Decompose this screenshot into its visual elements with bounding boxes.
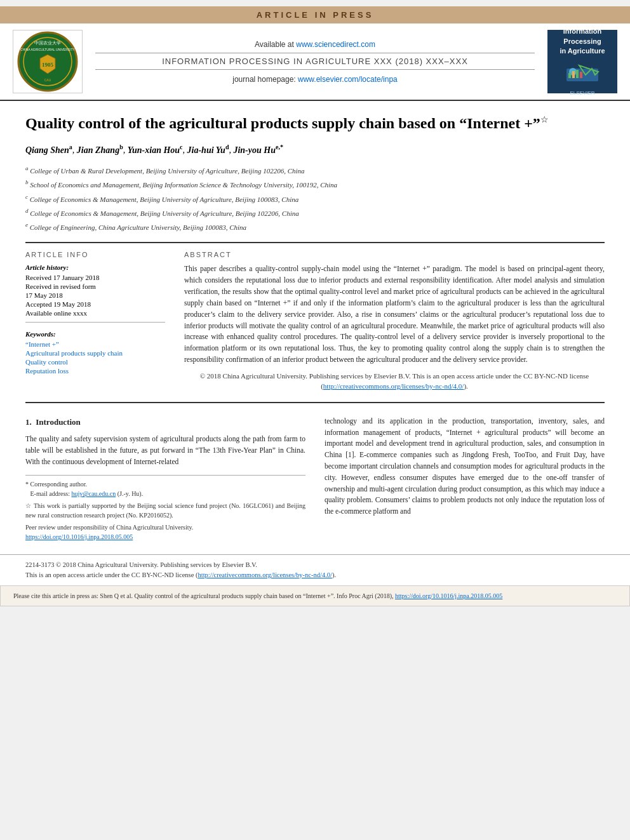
header-homepage: journal homepage: www.elsevier.com/locat… — [95, 75, 535, 84]
keywords-label: Keywords: — [25, 330, 165, 338]
footnote-email: E-mail address: hujy@cau.edu.cn (J.-y. H… — [25, 489, 305, 498]
affiliation-a: a College of Urban & Rural Development, … — [25, 164, 605, 177]
footnote-peer-review: Peer review under responsibility of Chin… — [25, 523, 305, 532]
journal-header: 中国农业大学 CHINA AGRICULTURAL UNIVERSITY 190… — [0, 23, 630, 101]
affiliation-c: c College of Economics & Management, Bei… — [25, 192, 605, 205]
elsevier-link[interactable]: www.elsevier.com/locate/inpa — [298, 75, 398, 84]
body-col-left: 1. Introduction The quality and safety s… — [25, 416, 305, 542]
received-revised-label: Received in revised form — [25, 283, 165, 290]
journal-logo-right: Information Processing in Agriculture EL… — [547, 30, 617, 93]
right-logo-subtitle: ELSEVIER — [551, 90, 614, 97]
abstract-copyright: © 2018 China Agricultural University. Pu… — [184, 371, 605, 392]
affiliations: a College of Urban & Rural Development, … — [25, 164, 605, 233]
section1-number: 1. — [25, 417, 32, 427]
article-info-label: ARTICLE INFO — [25, 251, 165, 258]
bottom-issn: 2214-3173 © 2018 China Agricultural Univ… — [25, 560, 605, 570]
right-logo-text: Information Processing in Agriculture EL… — [551, 27, 614, 96]
section1-heading: 1. Introduction — [25, 416, 305, 429]
svg-text:中国农业大学: 中国农业大学 — [34, 41, 61, 45]
title-star: ☆ — [540, 115, 549, 124]
svg-text:CAU: CAU — [44, 78, 51, 82]
article-title-text: Quality control of the agricultural prod… — [25, 115, 540, 131]
body-col-right: technology and its application in the pr… — [325, 416, 605, 542]
right-logo-title2: in Agriculture — [551, 46, 614, 56]
cc-license-link[interactable]: http://creativecommons.org/licenses/by-n… — [323, 382, 464, 390]
section1-col1-p1: The quality and safety supervision syste… — [25, 434, 305, 467]
bottom-oa-link[interactable]: http://creativecommons.org/licenses/by-n… — [198, 571, 332, 578]
section-divider — [25, 402, 605, 403]
svg-rect-12 — [580, 72, 582, 78]
info-abstract-columns: ARTICLE INFO Article history: Received 1… — [25, 251, 605, 391]
homepage-text: journal homepage: — [232, 75, 295, 84]
main-divider — [25, 242, 605, 243]
accepted-date: Accepted 19 May 2018 — [25, 300, 165, 308]
article-in-press-banner: ARTICLE IN PRESS — [0, 6, 630, 23]
revised-date: 17 May 2018 — [25, 291, 165, 299]
main-content: Quality control of the agricultural prod… — [0, 101, 630, 554]
header-available: Available at www.sciencedirect.com — [95, 40, 535, 49]
body-footnotes: * Corresponding author. E-mail address: … — [25, 475, 305, 542]
citation-bar: Please cite this article in press as: Sh… — [0, 585, 630, 606]
university-logo: 中国农业大学 CHINA AGRICULTURAL UNIVERSITY 190… — [13, 30, 83, 93]
author-2: Jian Zhangb — [77, 145, 123, 155]
body-columns: 1. Introduction The quality and safety s… — [25, 416, 605, 542]
affiliation-b: b School of Economics and Management, Be… — [25, 178, 605, 190]
author-3: Yun-xian Houc — [128, 145, 183, 155]
banner-text: ARTICLE IN PRESS — [257, 10, 374, 20]
keyword-3: Quality control — [25, 358, 165, 366]
svg-rect-11 — [576, 70, 579, 78]
author-1: Qiang Shena — [25, 145, 72, 155]
history-label: Article history: — [25, 263, 165, 271]
author-5: Jin-you Hue,* — [233, 145, 283, 155]
right-logo-title1: Information Processing — [551, 27, 614, 46]
svg-text:1905: 1905 — [42, 62, 54, 68]
affiliation-e: e College of Engineering, China Agricult… — [25, 220, 605, 233]
author-4: Jia-hui Yud — [187, 145, 229, 155]
abstract-label: ABSTRACT — [184, 251, 605, 258]
section1-col2-p1: technology and its application in the pr… — [325, 416, 605, 517]
available-online: Available online xxxx — [25, 309, 165, 317]
abstract-text: This paper describes a quality-control s… — [184, 263, 605, 365]
keyword-1: “Internet +” — [25, 340, 165, 348]
bottom-oa: This is an open access article under the… — [25, 570, 605, 580]
article-title: Quality control of the agricultural prod… — [25, 114, 605, 133]
header-center: Available at www.sciencedirect.com INFOR… — [89, 40, 541, 84]
abstract-column: ABSTRACT This paper describes a quality-… — [184, 251, 605, 391]
keyword-4: Reputation loss — [25, 367, 165, 375]
bottom-bar: 2214-3173 © 2018 China Agricultural Univ… — [0, 554, 630, 585]
svg-rect-9 — [568, 73, 571, 78]
sciencedirect-link[interactable]: www.sciencedirect.com — [296, 40, 375, 49]
affiliation-d: d College of Economics & Management, Bei… — [25, 206, 605, 219]
authors-line: Qiang Shena, Jian Zhangb, Yun-xian Houc,… — [25, 142, 605, 157]
available-text: Available at — [255, 40, 294, 49]
received-date: Received 17 January 2018 — [25, 274, 165, 281]
page: ARTICLE IN PRESS 中国农业大学 CHINA AGRICULTUR… — [0, 6, 630, 606]
svg-rect-10 — [572, 71, 575, 78]
footnote-corresponding: * Corresponding author. — [25, 479, 305, 489]
citation-text: Please cite this article in press as: Sh… — [13, 592, 394, 599]
footnote-doi: https://doi.org/10.1016/j.inpa.2018.05.0… — [25, 532, 305, 542]
journal-name: INFORMATION PROCESSING IN AGRICULTURE XX… — [95, 53, 535, 70]
svg-text:CHINA AGRICULTURAL UNIVERSITY: CHINA AGRICULTURAL UNIVERSITY — [20, 48, 76, 51]
section1-title: Introduction — [36, 417, 81, 427]
keywords-divider — [25, 322, 165, 323]
email-link[interactable]: hujy@cau.edu.cn — [71, 490, 116, 497]
keyword-2: Agricultural products supply chain — [25, 349, 165, 357]
doi-link[interactable]: https://doi.org/10.1016/j.inpa.2018.05.0… — [25, 533, 133, 540]
article-info-column: ARTICLE INFO Article history: Received 1… — [25, 251, 165, 391]
citation-doi-link[interactable]: https://doi.org/10.1016/j.inpa.2018.05.0… — [395, 592, 502, 599]
footnote-star: ☆ This work is partially supported by th… — [25, 501, 305, 520]
